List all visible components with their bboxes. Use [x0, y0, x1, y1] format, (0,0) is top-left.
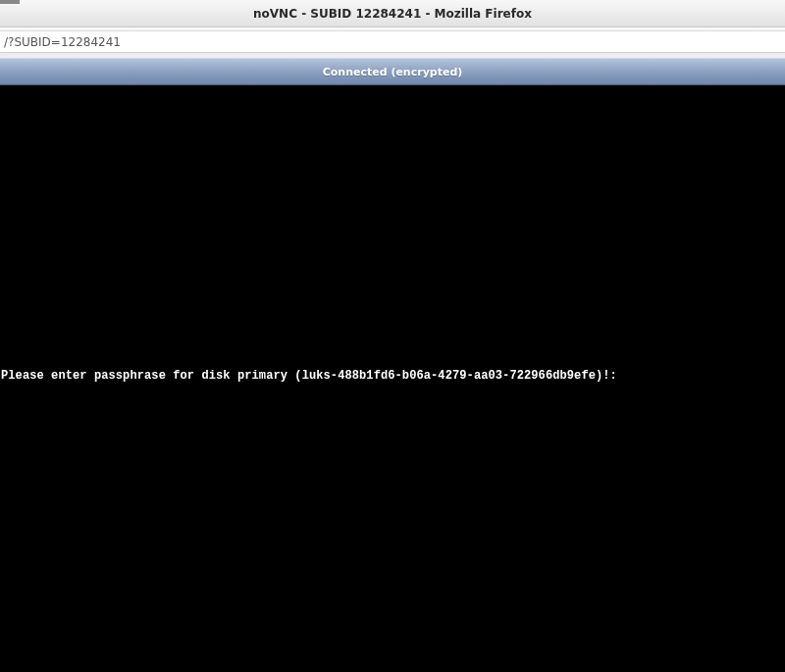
url-input[interactable]: [4, 35, 781, 49]
vnc-status-bar: Connected (encrypted): [0, 58, 785, 85]
window-title: noVNC - SUBID 12284241 - Mozilla Firefox: [253, 7, 532, 21]
vnc-remote-screen[interactable]: Please enter passphrase for disk primary…: [0, 85, 785, 672]
console-passphrase-prompt: Please enter passphrase for disk primary…: [1, 369, 617, 383]
url-bar-row: [0, 31, 785, 53]
window-titlebar: noVNC - SUBID 12284241 - Mozilla Firefox: [0, 0, 785, 27]
vnc-status-text: Connected (encrypted): [323, 66, 463, 78]
